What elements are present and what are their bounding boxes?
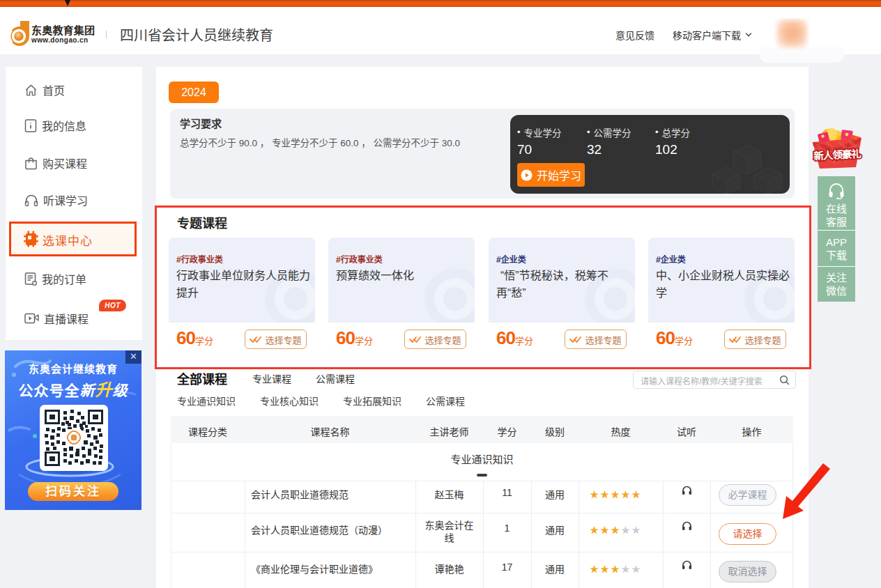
svg-text:新人领豪礼: 新人领豪礼 (813, 148, 862, 162)
